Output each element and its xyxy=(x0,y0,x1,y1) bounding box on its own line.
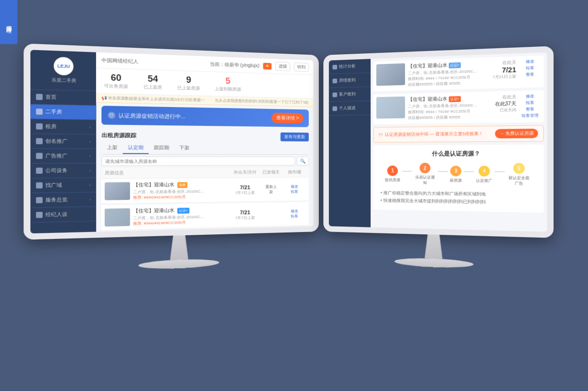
right-house-actions: 修改 拓客 整客 xyxy=(520,58,541,77)
step-label-1: 提供房源 xyxy=(385,177,400,182)
right-monitor-stand xyxy=(323,232,554,272)
step-label-2: 乐居认证通知 xyxy=(414,175,436,185)
sidebar-label: 广告推广 xyxy=(45,153,68,159)
tab-listed[interactable]: 上架 xyxy=(102,142,123,154)
house-actions: 修改 拓客 xyxy=(283,184,306,194)
house-actions: 修改 拓客 xyxy=(283,209,306,219)
sidebar-item-ad[interactable]: 广告推广 › xyxy=(30,149,96,164)
stat-expiring: 5 上架到期房源 xyxy=(215,76,241,93)
sidebar-item-company[interactable]: 公司设务 › xyxy=(30,164,96,178)
house-info: 【住宅】迎港山水 独家 二户房，街-北前条香港-全区-20100C... 推荐:… xyxy=(133,181,231,200)
left-app-ui: LEJU 乐居二手房 首页 二手房 xyxy=(30,50,313,233)
cert-step-3: 3 获房源 xyxy=(450,165,462,183)
notification-badge: 🔔 xyxy=(263,62,272,69)
house-status: 重新上架 xyxy=(260,184,283,195)
cert-step-4: 4 认定推广 xyxy=(476,165,493,183)
right-app-sidebar: 统计分析 房绩签到 客户签到 个人描述 xyxy=(329,59,371,227)
sidebar-item-search[interactable]: 找广域 › xyxy=(30,178,96,193)
sidebar-item-promo[interactable]: 创名推广 › xyxy=(30,134,96,149)
right-house-title: 【住宅】迎港山水 认证+ xyxy=(408,95,477,103)
house-thumbnail xyxy=(105,208,130,227)
right-collect-button[interactable]: 整客 xyxy=(520,106,541,112)
breadcrumb: 中国网绩经纪人 xyxy=(102,57,138,65)
search-input[interactable] xyxy=(102,157,295,166)
monitors-wrapper: LEJU 乐居二手房 首页 二手房 xyxy=(23,55,565,363)
right-monitor-frame: 统计分析 房绩签到 客户签到 个人描述 xyxy=(323,46,554,238)
advance-button[interactable]: 进级 xyxy=(276,62,291,71)
tabs-row: 上架 认定期 跟踪期 下架 xyxy=(102,142,309,155)
right-sidebar-item-analytics[interactable]: 统计分析 xyxy=(329,59,371,74)
right-expand-button[interactable]: 拓客 xyxy=(520,100,541,106)
right-expand-button[interactable]: 拓客 xyxy=(520,65,541,71)
sidebar-label: 公司设务 xyxy=(45,167,68,175)
right-house-thumbnail xyxy=(377,63,406,86)
right-house-meta: 二户房，街-北前条香港-全区-20100C... 推荐时间: ¥944 / 74… xyxy=(408,68,477,88)
tab-certified[interactable]: 认定期 xyxy=(123,142,149,154)
left-app-sidebar: LEJU 乐居二手房 首页 二手房 xyxy=(30,50,96,233)
add-listing-button[interactable]: 发布与更新 xyxy=(281,132,309,142)
right-promo-banner: 🛡 认证房源促销活动中间 — 置顶展示立显5倍效果！ → 免费认证房源 xyxy=(373,125,544,142)
edit-button[interactable]: 修改 xyxy=(283,184,306,189)
house-thumb-image xyxy=(105,208,130,227)
refer-button[interactable]: 转到 xyxy=(294,62,309,72)
topbar-right: 当前：徐新华 (yinglujx) 🔔 进级 转到 xyxy=(209,59,309,72)
right-house-days-col: 在此天 7/21 7月21日上架 xyxy=(480,59,516,80)
section-header: 出租房源跟踪 发布与更新 xyxy=(102,130,309,142)
expand-button[interactable]: 拓客 xyxy=(283,189,306,194)
cert-step-5: 5 获认定全面广告 xyxy=(507,163,531,187)
right-house-meta: 二户房，街-北前条香港-全区-20100C... 推荐时间: ¥944 / 74… xyxy=(408,102,477,121)
stat-number: 9 xyxy=(177,75,200,85)
sidebar-item-settings[interactable]: 经纪人设 xyxy=(30,207,96,223)
right-edit-button[interactable]: 修改 xyxy=(520,93,541,99)
step-label-4: 认定推广 xyxy=(476,178,493,183)
sidebar-label: 客户签到 xyxy=(339,91,356,97)
company-icon xyxy=(36,168,43,174)
right-sidebar-item-customer[interactable]: 客户签到 xyxy=(329,87,371,102)
col-days: 外出天/月付 xyxy=(231,170,260,176)
right-sidebar-item-profile[interactable]: 个人描述 xyxy=(329,101,371,116)
house-thumb-image xyxy=(105,182,130,200)
right-house-date: 已在天内 xyxy=(480,107,516,113)
stat-number-red: 5 xyxy=(215,76,241,86)
sidebar-label: 创名推广 xyxy=(45,138,68,145)
right-sidebar-item-house[interactable]: 房绩签到 xyxy=(329,73,371,88)
sidebar-label: 统计分析 xyxy=(339,63,356,69)
search-button[interactable]: 🔍 xyxy=(297,157,309,165)
sidebar-item-rent[interactable]: 租房 › xyxy=(30,119,96,134)
right-monitor-wrapper: 统计分析 房绩签到 客户签到 个人描述 xyxy=(323,46,554,272)
logo-text: 乐居二手房 xyxy=(51,77,76,84)
ad-icon xyxy=(36,153,43,159)
promo-button[interactable]: 查看详情 > xyxy=(271,113,304,123)
right-collect-button[interactable]: 整客 xyxy=(520,71,541,77)
right-edit-button[interactable]: 修改 xyxy=(520,58,541,64)
stat-number: 60 xyxy=(104,73,128,84)
house-date: 7月7日上架 xyxy=(231,215,260,221)
tab-delisted[interactable]: 下架 xyxy=(174,142,194,154)
step-line xyxy=(402,170,412,171)
col-status: 已发领天 xyxy=(260,169,283,175)
tab-tracking[interactable]: 跟踪期 xyxy=(149,142,175,154)
app-logo: LEJU 乐居二手房 xyxy=(30,50,96,91)
user-info: 当前：徐新华 (yinglujx) xyxy=(209,61,259,69)
right-monitor-screen: 统计分析 房绩签到 客户签到 个人描述 xyxy=(329,52,547,232)
logo-circle: LEJU xyxy=(54,57,74,76)
right-manage-button[interactable]: 拓客管理 xyxy=(520,113,541,119)
sidebar-label: 服务总览 xyxy=(45,196,68,204)
chevron-right-icon: › xyxy=(89,183,90,187)
chevron-right-icon: › xyxy=(89,139,90,144)
step-label-3: 获房源 xyxy=(450,177,462,183)
right-house-info: 【住宅】迎港山水 认证+ 二户房，街-北前条香港-全区-20100C... 推荐… xyxy=(408,95,477,121)
chevron-right-icon: › xyxy=(89,110,90,115)
step-circle-1: 1 xyxy=(388,165,398,176)
sidebar-tab[interactable]: 房源管理 xyxy=(0,0,17,44)
sidebar-item-home[interactable]: 首页 xyxy=(30,90,96,106)
sidebar-item-service[interactable]: 服务总览 › xyxy=(30,193,96,208)
right-promo-button[interactable]: → 免费认证房源 xyxy=(495,129,538,138)
sidebar-label: 个人描述 xyxy=(339,105,356,112)
cert-desc-line2: 快速稳搜我完全大城市提到到到到到到到已到到到到 xyxy=(381,197,539,206)
house-days: 7/21 xyxy=(231,184,260,190)
promo-banner: 🛡 认证房源促销活动进行中... 查看详情 > xyxy=(102,106,309,127)
sidebar-item-secondhand[interactable]: 二手房 › xyxy=(30,104,96,120)
promo-text: 🛡 认证房源促销活动进行中... xyxy=(108,112,186,120)
expand-button[interactable]: 拓客 xyxy=(283,214,306,219)
